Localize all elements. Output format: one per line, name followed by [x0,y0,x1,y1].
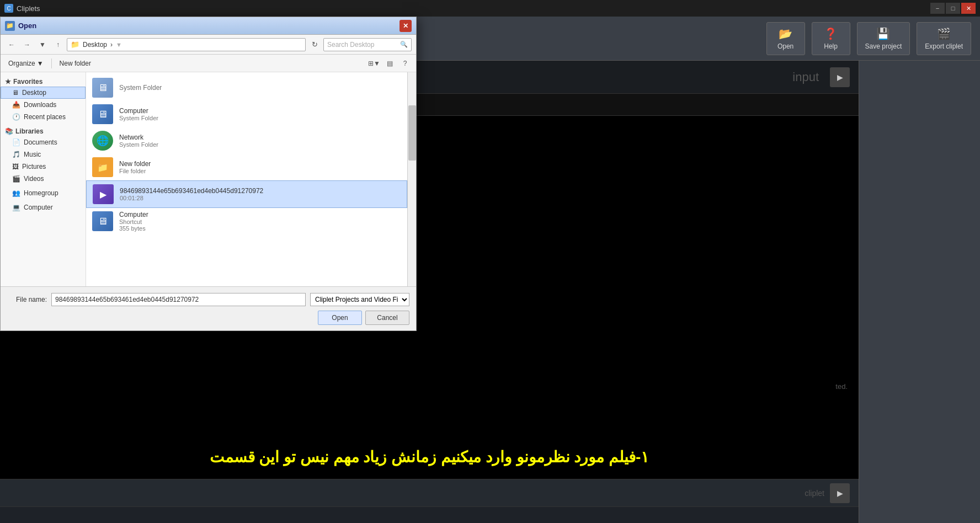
open-dialog: 📁 Open ✕ ← → ▼ ↑ 📁 Desktop › ▼ ↻ [0,17,417,331]
filename-label: File name: [7,296,47,303]
path-text: Desktop [83,41,107,49]
dropdown-arrow-button[interactable]: ▼ [36,38,49,51]
dialog-help-button[interactable]: ? [398,57,412,70]
sidebar-item-pictures[interactable]: 🖼 Pictures [1,161,86,173]
dialog-sidebar: ★ Favorites 🖥 Desktop 📥 Downloads 🕐 [1,72,86,286]
computer-section: 💻 Computer [1,201,86,214]
refresh-button[interactable]: ↻ [308,38,321,51]
export-cliplet-label: Export cliplet [925,42,963,50]
back-button[interactable]: ← [5,38,18,51]
save-icon: 💾 [876,27,890,40]
sidebar-item-desktop[interactable]: 🖥 Desktop [1,87,86,99]
dialog-icon: 📁 [5,21,15,31]
dialog-title-left: 📁 Open [5,21,36,31]
cliplet-bar: cliplet ▶ [0,479,859,506]
new-folder-icon: 📁 [92,157,113,177]
sidebar-videos-label: Videos [24,175,44,183]
subtitle-text: ١-فیلم مورد نظرمونو وارد میکنیم زمانش زی… [210,448,649,466]
network-icon: 🌐 [92,131,113,151]
file-name: Computer [119,211,402,218]
search-placeholder: Search Desktop [327,41,374,49]
sidebar-homegroup-label: Homegroup [24,189,58,197]
file-name: Computer [119,107,402,115]
search-box[interactable]: Search Desktop 🔍 [323,38,412,51]
sidebar-item-music[interactable]: 🎵 Music [1,148,86,161]
file-name: System Folder [119,84,402,92]
file-icon: ▶ [92,183,114,205]
open-label: Open [777,42,793,50]
libraries-icon: 📚 [5,127,13,135]
save-project-button[interactable]: 💾 Save project [857,22,910,55]
file-info: System Folder [119,84,402,92]
list-item[interactable]: 🖥 Computer Shortcut355 bytes [86,208,407,234]
sidebar-item-recent[interactable]: 🕐 Recent places [1,111,86,123]
toolbar-separator [51,58,52,68]
app-title: Cliplets [17,4,40,13]
dialog-scrollbar[interactable] [407,72,416,286]
list-item[interactable]: 🖥 System Folder [86,74,407,101]
open-file-button[interactable]: Open [318,311,362,325]
file-meta: System Folder [119,141,402,148]
save-project-label: Save project [865,42,902,50]
list-item[interactable]: 🖥 Computer System Folder [86,101,407,127]
title-bar-controls: − □ ✕ [930,3,976,14]
file-info: Computer Shortcut355 bytes [119,211,402,232]
computer-nav-icon: 💻 [12,204,20,211]
filetype-select[interactable]: Cliplet Projects and Video Files [310,293,409,306]
list-item[interactable]: 🌐 Network System Folder [86,127,407,154]
sidebar-item-downloads[interactable]: 📥 Downloads [1,99,86,111]
maximize-button[interactable]: □ [946,3,960,14]
videos-icon: 🎬 [12,175,20,183]
video-file-icon: ▶ [93,184,114,204]
cancel-button[interactable]: Cancel [365,311,409,325]
organize-label: Organize [8,60,35,67]
list-item[interactable]: 📁 New folder File folder [86,154,407,180]
dialog-body: ★ Favorites 🖥 Desktop 📥 Downloads 🕐 [1,72,416,286]
sidebar-item-videos[interactable]: 🎬 Videos [1,173,86,185]
filename-input[interactable] [51,293,306,306]
new-folder-button[interactable]: New folder [56,58,94,68]
dialog-footer: File name: Cliplet Projects and Video Fi… [1,286,416,330]
list-item[interactable]: ▶ 98469893144e65b693461ed4eb0445d9127097… [86,180,407,208]
forward-button[interactable]: → [20,38,34,51]
recent-icon: 🕐 [12,113,20,121]
up-button[interactable]: ↑ [51,38,65,51]
view-toggle-button[interactable]: ⊞▼ [368,57,381,70]
sidebar-item-documents[interactable]: 📄 Documents [1,136,86,148]
help-button[interactable]: ❓ Help [812,22,850,55]
dialog-title-text: Open [18,22,36,30]
libraries-label: 📚 Libraries [1,125,86,136]
organize-button[interactable]: Organize ▼ [5,58,47,68]
star-icon: ★ [5,78,11,86]
minimize-button[interactable]: − [930,3,945,14]
homegroup-section: 👥 Homegroup [1,187,86,199]
dialog-close-button[interactable]: ✕ [400,20,412,32]
address-path[interactable]: 📁 Desktop › ▼ [67,38,306,51]
title-bar: C Cliplets − □ ✕ [0,0,980,17]
sidebar-item-homegroup[interactable]: 👥 Homegroup [1,187,86,199]
input-play-button[interactable]: ▶ [830,67,850,87]
music-icon: 🎵 [12,151,20,158]
export-cliplet-button[interactable]: 🎬 Export cliplet [917,22,971,55]
help-icon: ❓ [824,27,838,40]
file-icon: 🖥 [92,103,114,125]
sidebar-desktop-label: Desktop [22,89,46,97]
open-button[interactable]: 📂 Open [766,22,805,55]
sidebar-documents-label: Documents [24,138,57,146]
path-arrow: › [110,41,113,49]
footer-buttons: Open Cancel [318,311,409,325]
details-button[interactable]: ▤ [383,57,396,70]
app-window: C Cliplets − □ ✕ 📂 Open ❓ Help 💾 Save pr… [0,0,980,523]
cliplet-play-button[interactable]: ▶ [830,483,850,503]
file-name: New folder [119,160,402,168]
scroll-thumb[interactable] [408,105,416,161]
dialog-title-bar: 📁 Open ✕ [1,17,416,35]
dialog-toolbar: Organize ▼ New folder ⊞▼ ▤ ? [1,55,416,72]
footer-buttons-row: Open Cancel [7,311,409,325]
close-button[interactable]: ✕ [961,3,976,14]
dialog-overlay: 📁 Open ✕ ← → ▼ ↑ 📁 Desktop › ▼ ↻ [0,17,417,331]
export-icon: 🎬 [937,27,951,40]
dialog-file-list: 🖥 System Folder 🖥 Computer System Folder [86,72,407,286]
sidebar-downloads-label: Downloads [24,101,56,109]
sidebar-item-computer[interactable]: 💻 Computer [1,201,86,214]
